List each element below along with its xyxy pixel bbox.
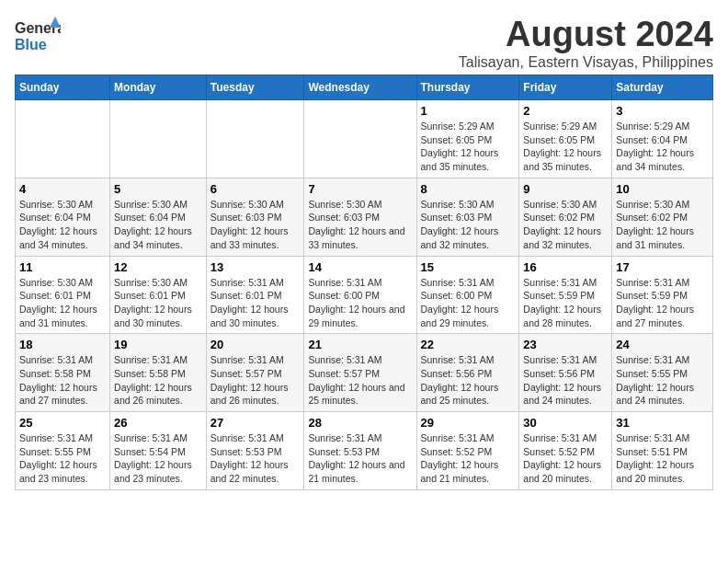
day-number: 17 — [616, 260, 709, 274]
calendar-header-cell: Saturday — [612, 75, 713, 100]
calendar-header-cell: Friday — [519, 75, 612, 100]
day-number: 27 — [210, 416, 301, 430]
day-info: Sunrise: 5:30 AM Sunset: 6:03 PM Dayligh… — [421, 198, 516, 252]
calendar-cell: 19Sunrise: 5:31 AM Sunset: 5:58 PM Dayli… — [110, 334, 207, 412]
calendar-week-row: 4Sunrise: 5:30 AM Sunset: 6:04 PM Daylig… — [16, 178, 713, 256]
calendar-cell: 3Sunrise: 5:29 AM Sunset: 6:04 PM Daylig… — [612, 100, 713, 178]
calendar-header-cell: Monday — [110, 75, 207, 100]
day-number: 29 — [421, 416, 516, 430]
calendar-cell: 11Sunrise: 5:30 AM Sunset: 6:01 PM Dayli… — [16, 256, 110, 334]
calendar-cell: 22Sunrise: 5:31 AM Sunset: 5:56 PM Dayli… — [416, 334, 519, 412]
calendar-cell: 5Sunrise: 5:30 AM Sunset: 6:04 PM Daylig… — [110, 178, 207, 256]
day-info: Sunrise: 5:30 AM Sunset: 6:04 PM Dayligh… — [114, 198, 202, 252]
day-number: 12 — [114, 260, 202, 274]
day-number: 21 — [308, 338, 412, 351]
calendar-cell: 23Sunrise: 5:31 AM Sunset: 5:56 PM Dayli… — [519, 334, 612, 412]
day-info: Sunrise: 5:29 AM Sunset: 6:05 PM Dayligh… — [523, 120, 608, 174]
day-number: 15 — [421, 260, 516, 274]
day-info: Sunrise: 5:31 AM Sunset: 5:53 PM Dayligh… — [210, 431, 301, 486]
day-info: Sunrise: 5:31 AM Sunset: 5:55 PM Dayligh… — [19, 431, 106, 486]
svg-text:Blue: Blue — [15, 37, 47, 52]
page-header: General Blue August 2024 Talisayan, East… — [15, 15, 713, 71]
calendar-cell: 17Sunrise: 5:31 AM Sunset: 5:59 PM Dayli… — [612, 256, 713, 334]
calendar-cell: 31Sunrise: 5:31 AM Sunset: 5:51 PM Dayli… — [612, 412, 713, 490]
calendar-header-cell: Thursday — [416, 75, 519, 100]
calendar-cell — [110, 100, 207, 178]
day-info: Sunrise: 5:30 AM Sunset: 6:01 PM Dayligh… — [114, 276, 202, 330]
calendar-cell: 2Sunrise: 5:29 AM Sunset: 6:05 PM Daylig… — [519, 100, 612, 178]
day-info: Sunrise: 5:29 AM Sunset: 6:04 PM Dayligh… — [616, 120, 709, 174]
day-number: 26 — [114, 416, 202, 430]
day-info: Sunrise: 5:31 AM Sunset: 5:52 PM Dayligh… — [523, 431, 608, 486]
calendar-cell: 25Sunrise: 5:31 AM Sunset: 5:55 PM Dayli… — [16, 412, 110, 490]
day-info: Sunrise: 5:31 AM Sunset: 5:57 PM Dayligh… — [308, 353, 412, 408]
page-title: August 2024 — [459, 15, 713, 54]
calendar-cell: 14Sunrise: 5:31 AM Sunset: 6:00 PM Dayli… — [304, 256, 416, 334]
calendar-cell — [16, 100, 110, 178]
day-number: 1 — [421, 104, 516, 118]
title-block: August 2024 Talisayan, Eastern Visayas, … — [459, 15, 713, 71]
calendar-header-row: SundayMondayTuesdayWednesdayThursdayFrid… — [16, 75, 713, 100]
day-number: 23 — [523, 338, 608, 351]
day-info: Sunrise: 5:31 AM Sunset: 5:54 PM Dayligh… — [114, 431, 202, 486]
day-info: Sunrise: 5:30 AM Sunset: 6:01 PM Dayligh… — [19, 276, 106, 330]
day-number: 28 — [308, 416, 412, 430]
calendar-cell: 24Sunrise: 5:31 AM Sunset: 5:55 PM Dayli… — [612, 334, 713, 412]
day-number: 2 — [523, 104, 608, 118]
page-subtitle: Talisayan, Eastern Visayas, Philippines — [459, 54, 713, 71]
day-info: Sunrise: 5:30 AM Sunset: 6:04 PM Dayligh… — [19, 198, 106, 252]
calendar-cell: 27Sunrise: 5:31 AM Sunset: 5:53 PM Dayli… — [206, 412, 304, 490]
calendar-week-row: 18Sunrise: 5:31 AM Sunset: 5:58 PM Dayli… — [16, 334, 713, 412]
day-info: Sunrise: 5:31 AM Sunset: 5:51 PM Dayligh… — [616, 431, 709, 486]
day-number: 22 — [421, 338, 516, 351]
calendar-cell: 15Sunrise: 5:31 AM Sunset: 6:00 PM Dayli… — [416, 256, 519, 334]
calendar-cell: 21Sunrise: 5:31 AM Sunset: 5:57 PM Dayli… — [304, 334, 416, 412]
calendar-week-row: 1Sunrise: 5:29 AM Sunset: 6:05 PM Daylig… — [16, 100, 713, 178]
day-number: 8 — [421, 182, 516, 196]
logo: General Blue — [15, 15, 61, 53]
calendar-cell: 10Sunrise: 5:30 AM Sunset: 6:02 PM Dayli… — [612, 178, 713, 256]
day-info: Sunrise: 5:31 AM Sunset: 5:59 PM Dayligh… — [523, 276, 608, 330]
day-info: Sunrise: 5:31 AM Sunset: 5:58 PM Dayligh… — [19, 353, 106, 408]
day-number: 13 — [210, 260, 301, 274]
day-number: 9 — [523, 182, 608, 196]
calendar-table: SundayMondayTuesdayWednesdayThursdayFrid… — [15, 75, 713, 490]
calendar-cell: 16Sunrise: 5:31 AM Sunset: 5:59 PM Dayli… — [519, 256, 612, 334]
calendar-cell: 29Sunrise: 5:31 AM Sunset: 5:52 PM Dayli… — [416, 412, 519, 490]
day-number: 14 — [308, 260, 412, 274]
day-number: 6 — [210, 182, 301, 196]
calendar-cell: 9Sunrise: 5:30 AM Sunset: 6:02 PM Daylig… — [519, 178, 612, 256]
day-info: Sunrise: 5:30 AM Sunset: 6:02 PM Dayligh… — [616, 198, 709, 252]
day-info: Sunrise: 5:31 AM Sunset: 5:55 PM Dayligh… — [616, 353, 709, 408]
day-info: Sunrise: 5:31 AM Sunset: 5:52 PM Dayligh… — [421, 431, 516, 486]
day-number: 19 — [114, 338, 202, 351]
day-number: 30 — [523, 416, 608, 430]
day-number: 4 — [19, 182, 106, 196]
day-info: Sunrise: 5:31 AM Sunset: 5:59 PM Dayligh… — [616, 276, 709, 330]
calendar-cell: 13Sunrise: 5:31 AM Sunset: 6:01 PM Dayli… — [206, 256, 304, 334]
day-number: 7 — [308, 182, 412, 196]
day-number: 18 — [19, 338, 106, 351]
calendar-cell: 4Sunrise: 5:30 AM Sunset: 6:04 PM Daylig… — [16, 178, 110, 256]
calendar-cell: 18Sunrise: 5:31 AM Sunset: 5:58 PM Dayli… — [16, 334, 110, 412]
day-number: 11 — [19, 260, 106, 274]
calendar-week-row: 25Sunrise: 5:31 AM Sunset: 5:55 PM Dayli… — [16, 412, 713, 490]
calendar-cell: 12Sunrise: 5:30 AM Sunset: 6:01 PM Dayli… — [110, 256, 207, 334]
calendar-cell: 26Sunrise: 5:31 AM Sunset: 5:54 PM Dayli… — [110, 412, 207, 490]
day-number: 5 — [114, 182, 202, 196]
calendar-body: 1Sunrise: 5:29 AM Sunset: 6:05 PM Daylig… — [16, 100, 713, 490]
day-number: 20 — [210, 338, 301, 351]
day-number: 25 — [19, 416, 106, 430]
calendar-cell — [304, 100, 416, 178]
day-number: 3 — [616, 104, 709, 118]
day-info: Sunrise: 5:30 AM Sunset: 6:03 PM Dayligh… — [308, 198, 412, 252]
day-info: Sunrise: 5:30 AM Sunset: 6:02 PM Dayligh… — [523, 198, 608, 252]
day-info: Sunrise: 5:29 AM Sunset: 6:05 PM Dayligh… — [421, 120, 516, 174]
calendar-cell: 7Sunrise: 5:30 AM Sunset: 6:03 PM Daylig… — [304, 178, 416, 256]
day-info: Sunrise: 5:31 AM Sunset: 5:57 PM Dayligh… — [210, 353, 301, 408]
day-number: 24 — [616, 338, 709, 351]
calendar-cell: 28Sunrise: 5:31 AM Sunset: 5:53 PM Dayli… — [304, 412, 416, 490]
day-number: 10 — [616, 182, 709, 196]
calendar-cell — [206, 100, 304, 178]
calendar-cell: 20Sunrise: 5:31 AM Sunset: 5:57 PM Dayli… — [206, 334, 304, 412]
